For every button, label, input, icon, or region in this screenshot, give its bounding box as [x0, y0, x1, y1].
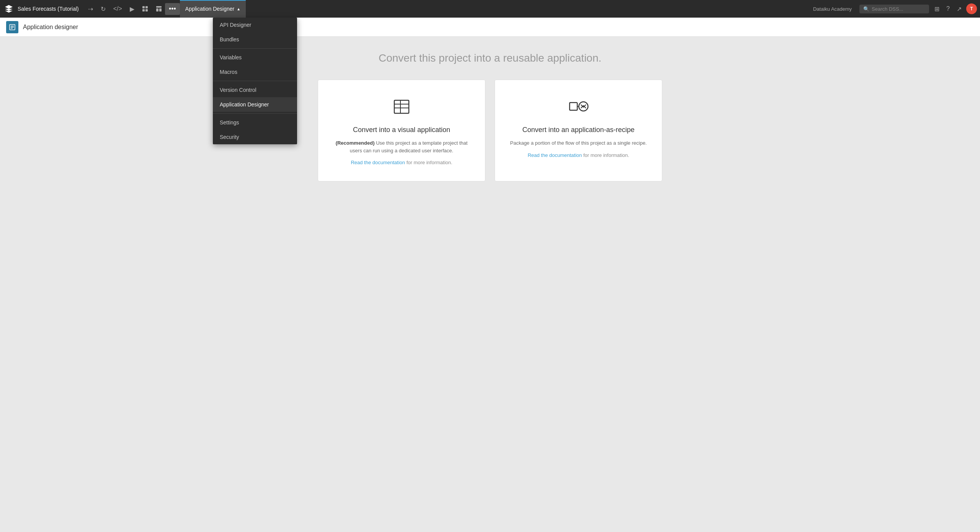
svg-rect-0: [142, 6, 145, 8]
svg-point-16: [579, 102, 588, 111]
page-title: Application designer: [23, 24, 78, 31]
app-as-recipe-title: Convert into an application-as-recipe: [522, 126, 634, 134]
help-icon[interactable]: ?: [944, 4, 952, 14]
active-tab[interactable]: Application Designer ▲: [180, 0, 246, 18]
sub-header: Application designer: [0, 18, 980, 37]
user-avatar[interactable]: T: [966, 3, 977, 14]
dropdown-divider-1: [213, 48, 297, 49]
main-content: Convert this project into a reusable app…: [0, 37, 980, 532]
app-as-recipe-link-suffix: for more information.: [582, 152, 629, 158]
dropdown-item-api-designer[interactable]: API Designer: [213, 18, 297, 32]
svg-rect-11: [394, 100, 409, 113]
search-box[interactable]: 🔍: [859, 5, 929, 13]
dropdown-divider-2: [213, 81, 297, 81]
run-button[interactable]: ▶: [127, 3, 137, 15]
dropdown-item-variables[interactable]: Variables: [213, 50, 297, 65]
chevron-up-icon: ▲: [237, 7, 240, 11]
flow-button[interactable]: [139, 3, 151, 14]
app-logo[interactable]: [3, 3, 15, 15]
dropdown-item-label: API Designer: [220, 22, 251, 28]
trending-icon[interactable]: ↗: [954, 4, 964, 14]
dropdown-menu: API Designer Bundles Variables Macros Ve…: [213, 18, 297, 144]
visual-app-link-suffix: for more information.: [405, 160, 452, 165]
app-as-recipe-desc: Package a portion of the flow of this pr…: [510, 139, 647, 147]
dropdown-item-label: Settings: [220, 119, 239, 126]
dropdown-divider-3: [213, 113, 297, 114]
dropdown-item-label: Application Designer: [220, 101, 269, 108]
svg-rect-1: [145, 6, 148, 8]
dropdown-item-macros[interactable]: Macros: [213, 65, 297, 79]
svg-rect-6: [159, 8, 162, 11]
app-as-recipe-icon: [567, 95, 590, 118]
svg-rect-2: [142, 9, 145, 11]
visual-app-card[interactable]: Convert into a visual application (Recom…: [318, 80, 485, 181]
visual-app-desc: (Recommended) Use this project as a temp…: [330, 139, 474, 154]
share-button[interactable]: ⇢: [85, 3, 96, 15]
dropdown-item-label: Security: [220, 134, 239, 140]
code-button[interactable]: </>: [110, 3, 125, 15]
search-icon: 🔍: [863, 6, 869, 12]
dropdown-item-label: Bundles: [220, 36, 239, 42]
dropdown-item-application-designer[interactable]: Application Designer: [213, 97, 297, 112]
visual-app-doc-link[interactable]: Read the documentation: [351, 160, 405, 165]
visual-app-link[interactable]: Read the documentation for more informat…: [351, 159, 452, 166]
page-icon: [6, 21, 18, 33]
navbar: Sales Forecasts (Tutorial) ⇢ ↻ </> ▶ •••…: [0, 0, 980, 18]
app-as-recipe-doc-link[interactable]: Read the documentation: [528, 152, 582, 158]
svg-rect-3: [145, 9, 148, 11]
recommended-label: (Recommended): [336, 140, 375, 146]
cards-container: Convert into a visual application (Recom…: [318, 80, 662, 181]
visual-app-icon: [390, 95, 413, 118]
app-as-recipe-link[interactable]: Read the documentation for more informat…: [528, 152, 629, 158]
svg-rect-4: [156, 6, 162, 8]
academy-link[interactable]: Dataiku Academy: [808, 4, 856, 14]
svg-rect-15: [570, 103, 577, 110]
dropdown-item-security[interactable]: Security: [213, 130, 297, 144]
visual-app-title: Convert into a visual application: [353, 126, 450, 134]
navbar-icons: ⇢ ↻ </> ▶: [85, 3, 165, 15]
dropdown-item-label: Macros: [220, 69, 237, 75]
search-input[interactable]: [872, 6, 925, 12]
dropdown-item-label: Variables: [220, 54, 242, 60]
navbar-right-icons: ⊞ ? ↗ T: [932, 3, 977, 14]
project-name: Sales Forecasts (Tutorial): [18, 6, 79, 12]
hero-text: Convert this project into a reusable app…: [379, 52, 601, 64]
dropdown-item-label: Version Control: [220, 87, 256, 93]
app-as-recipe-card[interactable]: Convert into an application-as-recipe Pa…: [495, 80, 662, 181]
refresh-button[interactable]: ↻: [98, 3, 109, 15]
dashboard-button[interactable]: [153, 3, 165, 14]
apps-grid-icon[interactable]: ⊞: [932, 4, 942, 14]
active-tab-label: Application Designer: [185, 6, 234, 12]
svg-rect-5: [156, 8, 158, 11]
dropdown-item-bundles[interactable]: Bundles: [213, 32, 297, 47]
dropdown-item-version-control[interactable]: Version Control: [213, 83, 297, 97]
dropdown-item-settings[interactable]: Settings: [213, 115, 297, 130]
more-button[interactable]: •••: [165, 3, 180, 15]
